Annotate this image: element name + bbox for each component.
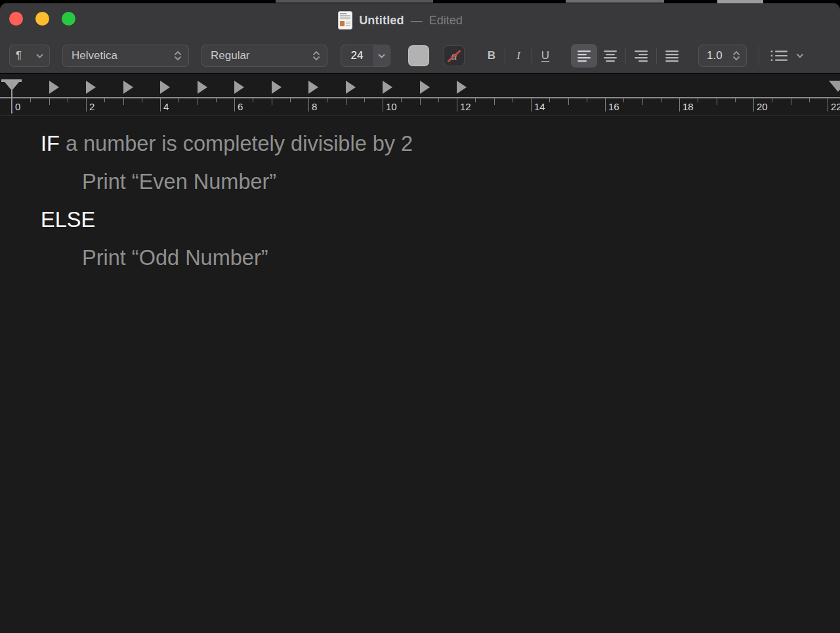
tab-stop-marker[interactable] <box>198 81 207 94</box>
tab-stop-marker[interactable] <box>457 81 467 94</box>
document-line[interactable]: Print “Odd Number” <box>0 239 840 277</box>
document-proxy-icon[interactable] <box>338 11 352 30</box>
tab-stop-marker[interactable] <box>383 81 392 94</box>
ruler-tick <box>753 98 754 112</box>
chevron-down-icon <box>36 54 43 58</box>
textedit-window: Untitled — Edited ¶ Helvetica <box>0 3 840 633</box>
ruler-tick <box>568 98 569 105</box>
ruler-tick <box>475 98 476 102</box>
desktop-background: Untitled — Edited ¶ Helvetica <box>0 0 840 633</box>
line-spacing-value: 1.0 <box>707 49 723 62</box>
document-line[interactable]: ELSE <box>0 201 840 239</box>
font-size-stepper[interactable]: 24 <box>341 45 390 67</box>
ruler-tick <box>364 98 365 102</box>
ruler-tick <box>253 98 253 102</box>
tab-stop-marker[interactable] <box>86 81 96 94</box>
tab-stop-marker[interactable] <box>234 81 244 94</box>
text-color-well[interactable] <box>408 45 429 66</box>
right-indent-marker[interactable] <box>829 81 840 92</box>
ruler-label: 22 <box>831 101 840 112</box>
align-center-button[interactable] <box>597 44 623 68</box>
text-background-color-button[interactable]: a <box>444 45 465 66</box>
ruler-tick <box>698 98 698 102</box>
paragraph-style-button[interactable]: ¶ <box>9 45 50 67</box>
ruler-tick <box>123 98 124 105</box>
align-left-icon <box>576 49 592 62</box>
tab-stop-marker[interactable] <box>308 81 318 94</box>
ruler-tick <box>549 98 550 102</box>
ruler-tick <box>12 98 12 112</box>
document-text-area[interactable]: IF a number is completely divisible by 2… <box>0 117 840 633</box>
ruler-label: 20 <box>757 101 768 112</box>
text-segment-body: Print “Odd Number” <box>82 246 268 270</box>
font-style-select[interactable]: Regular <box>201 45 327 67</box>
chevron-up-down-icon <box>312 51 320 61</box>
text-segment-body: Print “Even Number” <box>82 170 276 194</box>
align-left-button[interactable] <box>571 44 597 68</box>
chevron-up-down-icon <box>174 51 182 61</box>
ruler-tick <box>86 98 87 112</box>
chevron-down-icon <box>378 54 385 58</box>
chevron-up-down-icon <box>732 51 740 61</box>
tab-stop-marker[interactable] <box>49 81 59 94</box>
ruler-tick <box>290 98 291 102</box>
ruler-tick <box>494 98 495 105</box>
ruler-label: 2 <box>89 101 94 112</box>
align-center-icon <box>602 49 618 62</box>
traffic-lights <box>9 12 75 26</box>
tab-stop-marker[interactable] <box>420 81 430 94</box>
ruler-tick <box>49 98 50 105</box>
window-chrome: Untitled — Edited ¶ Helvetica <box>0 3 840 74</box>
title-bar[interactable]: Untitled — Edited <box>0 3 840 37</box>
divider <box>625 48 626 64</box>
list-style-button[interactable] <box>770 49 804 62</box>
ruler-tick <box>587 98 587 102</box>
bold-button[interactable]: B <box>480 45 503 66</box>
ruler[interactable]: 0246810121416182022 <box>0 75 840 116</box>
document-text: IF a number is completely divisible by 2… <box>0 117 840 277</box>
ruler-tick <box>30 98 31 102</box>
ruler-tick <box>104 98 105 102</box>
document-line[interactable]: Print “Even Number” <box>0 163 840 201</box>
text-segment-body: a number is completely divisible by 2 <box>60 132 413 155</box>
document-line[interactable]: IF a number is completely divisible by 2 <box>0 125 840 163</box>
ruler-tick <box>791 98 791 105</box>
ruler-label: 4 <box>163 101 169 112</box>
ruler-tick <box>809 98 810 102</box>
ruler-tick <box>346 98 346 105</box>
ruler-label: 12 <box>460 101 471 112</box>
font-size-dropdown-button[interactable] <box>373 45 390 66</box>
ruler-tick <box>513 98 513 102</box>
chevron-down-icon <box>796 53 804 58</box>
ruler-tick <box>531 98 532 112</box>
tab-stop-marker[interactable] <box>160 81 170 94</box>
ruler-tick <box>661 98 662 102</box>
bullet-list-icon <box>770 49 788 62</box>
text-segment-keyword: ELSE <box>41 208 95 232</box>
text-segment-keyword: IF <box>41 132 60 155</box>
divider <box>656 48 657 64</box>
edited-badge[interactable]: Edited <box>429 14 463 28</box>
align-justify-button[interactable] <box>659 44 685 68</box>
ruler-tick <box>383 98 383 112</box>
ruler-tick <box>234 98 235 112</box>
italic-button[interactable]: I <box>507 45 530 66</box>
underline-button[interactable]: U <box>534 45 556 66</box>
minimize-button[interactable] <box>35 12 49 26</box>
ruler-label: 10 <box>386 101 397 112</box>
zoom-button[interactable] <box>62 12 75 26</box>
ruler-tick <box>642 98 643 105</box>
ruler-label: 8 <box>312 101 317 112</box>
tab-stop-marker[interactable] <box>346 81 356 94</box>
tab-stop-marker[interactable] <box>123 81 133 94</box>
close-button[interactable] <box>9 12 23 26</box>
align-right-button[interactable] <box>628 44 654 68</box>
font-family-select[interactable]: Helvetica <box>62 45 189 67</box>
line-spacing-stepper[interactable]: 1.0 <box>698 45 747 67</box>
ruler-tick <box>605 98 606 112</box>
ruler-tick <box>178 98 179 102</box>
ruler-tick <box>679 98 680 112</box>
tab-stop-marker[interactable] <box>272 81 282 94</box>
title-dash: — <box>411 14 423 28</box>
ruler-label: 18 <box>682 101 694 112</box>
